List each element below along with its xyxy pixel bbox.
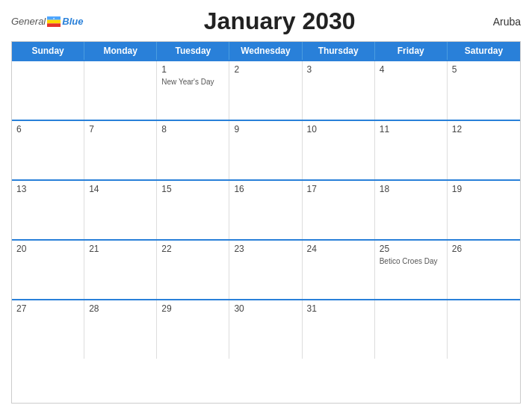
day-number: 29 — [161, 303, 224, 314]
day-number: 27 — [16, 303, 79, 314]
day-6: 6 — [12, 121, 84, 179]
day-25: 25 Betico Croes Day — [375, 241, 448, 299]
day-27: 27 — [12, 300, 84, 359]
day-2: 2 — [229, 61, 302, 120]
day-8: 8 — [157, 121, 229, 179]
header-monday: Monday — [84, 42, 157, 60]
day-number: 31 — [307, 303, 370, 314]
calendar-week-4: 20 21 22 23 24 25 Betico Croes Day — [12, 239, 520, 299]
day-30: 30 — [229, 300, 302, 359]
page-header: General Blue January 2030 Aruba — [11, 7, 521, 35]
day-number: 13 — [16, 184, 79, 194]
header-tuesday: Tuesday — [157, 42, 229, 60]
day-number: 14 — [89, 184, 152, 194]
header-wednesday: Wednesday — [229, 42, 302, 60]
day-3: 3 — [303, 61, 375, 120]
day-number: 17 — [307, 184, 370, 194]
day-number: 25 — [380, 244, 442, 254]
day-number: 18 — [380, 184, 442, 194]
logo: General Blue — [11, 16, 83, 27]
day-empty-1 — [12, 61, 84, 120]
day-19: 19 — [448, 181, 520, 239]
day-14: 14 — [84, 181, 157, 239]
day-26: 26 — [448, 241, 520, 299]
day-1: 1 New Year's Day — [157, 61, 229, 120]
header-friday: Friday — [375, 42, 448, 60]
day-number: 30 — [234, 303, 297, 314]
day-number: 5 — [452, 64, 516, 75]
day-number: 11 — [380, 124, 442, 135]
day-number: 10 — [307, 124, 370, 135]
calendar-week-3: 13 14 15 16 17 18 19 — [12, 179, 520, 239]
day-empty-2 — [84, 61, 157, 120]
day-18: 18 — [375, 181, 448, 239]
header-thursday: Thursday — [303, 42, 375, 60]
day-9: 9 — [229, 121, 302, 179]
day-empty-4 — [448, 300, 520, 359]
day-number: 4 — [380, 64, 442, 75]
day-12: 12 — [448, 121, 520, 179]
day-5: 5 — [448, 61, 520, 120]
day-number: 22 — [161, 244, 224, 254]
day-number: 1 — [161, 64, 224, 75]
day-10: 10 — [303, 121, 375, 179]
day-number: 26 — [452, 244, 516, 254]
logo-flag-icon — [47, 16, 61, 27]
event-betico-croes-day: Betico Croes Day — [380, 257, 438, 265]
calendar-page: General Blue January 2030 Aruba Sunday M… — [0, 0, 532, 411]
header-saturday: Saturday — [448, 42, 520, 60]
day-number: 2 — [234, 64, 297, 75]
day-22: 22 — [157, 241, 229, 299]
logo-blue-text: Blue — [62, 16, 83, 27]
day-number: 8 — [161, 124, 224, 135]
day-number: 9 — [234, 124, 297, 135]
day-13: 13 — [12, 181, 84, 239]
country-label: Aruba — [476, 16, 521, 28]
day-20: 20 — [12, 241, 84, 299]
day-7: 7 — [84, 121, 157, 179]
svg-rect-1 — [47, 20, 61, 24]
day-number: 20 — [16, 244, 79, 254]
day-number: 7 — [89, 124, 152, 135]
day-31: 31 — [303, 300, 375, 359]
day-number: 24 — [307, 244, 370, 254]
calendar-body: 1 New Year's Day 2 3 4 5 6 — [12, 60, 520, 359]
day-number: 12 — [452, 124, 516, 135]
calendar-title: January 2030 — [83, 7, 476, 35]
calendar-header: Sunday Monday Tuesday Wednesday Thursday… — [12, 42, 520, 60]
day-28: 28 — [84, 300, 157, 359]
day-number: 23 — [234, 244, 297, 254]
day-empty-3 — [375, 300, 448, 359]
day-24: 24 — [303, 241, 375, 299]
day-number: 15 — [161, 184, 224, 194]
day-29: 29 — [157, 300, 229, 359]
day-4: 4 — [375, 61, 448, 120]
day-number: 6 — [16, 124, 79, 135]
calendar-grid: Sunday Monday Tuesday Wednesday Thursday… — [11, 41, 521, 404]
day-16: 16 — [229, 181, 302, 239]
day-21: 21 — [84, 241, 157, 299]
day-number: 16 — [234, 184, 297, 194]
day-15: 15 — [157, 181, 229, 239]
logo-general-text: General — [11, 16, 46, 27]
day-23: 23 — [229, 241, 302, 299]
day-number: 28 — [89, 303, 152, 314]
svg-rect-2 — [47, 23, 61, 27]
day-11: 11 — [375, 121, 448, 179]
calendar-week-2: 6 7 8 9 10 11 12 — [12, 120, 520, 179]
day-number: 19 — [452, 184, 516, 194]
event-new-years-day: New Year's Day — [161, 78, 214, 86]
day-number: 3 — [307, 64, 370, 75]
calendar-week-5: 27 28 29 30 31 — [12, 299, 520, 359]
calendar-week-1: 1 New Year's Day 2 3 4 5 — [12, 60, 520, 120]
header-sunday: Sunday — [12, 42, 84, 60]
day-17: 17 — [303, 181, 375, 239]
day-number: 21 — [89, 244, 152, 254]
